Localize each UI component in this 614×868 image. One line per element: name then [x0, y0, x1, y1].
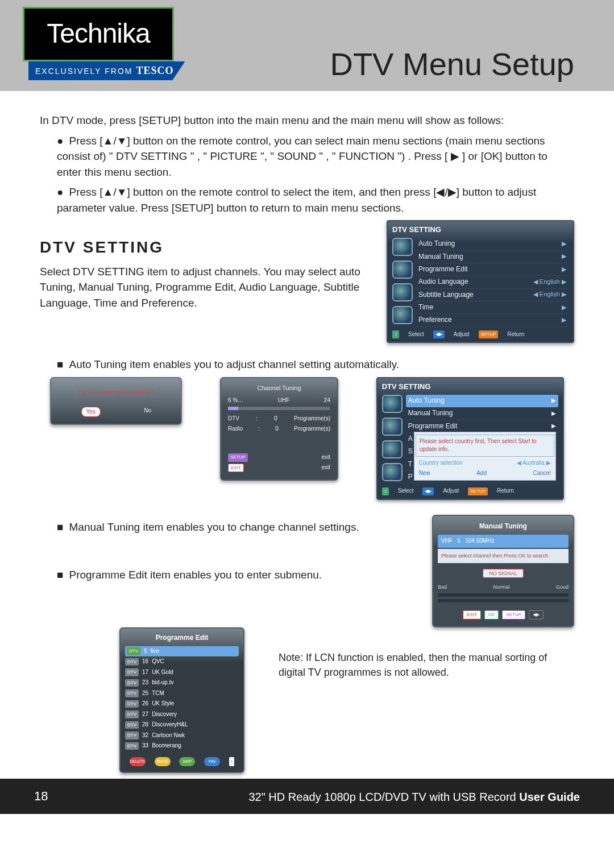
pe-delete[interactable]: DELETE	[130, 757, 146, 766]
osd1-footer: ↕Select ◀▶Adjust SETUPReturn	[392, 330, 569, 339]
mt-selected[interactable]: VHF 5 104.50MHz	[438, 535, 569, 548]
dtv-setting-paragraph: Select DTV SETTING item to adjust channe…	[40, 264, 370, 311]
pe-fav[interactable]: FAV	[204, 757, 220, 766]
tv-icon	[392, 238, 413, 256]
signal-bar-1	[438, 593, 569, 597]
osd1-icon-col	[392, 238, 413, 327]
mt-setup[interactable]: SETUP	[502, 610, 525, 619]
osd1-item[interactable]: Auto Tuning▶	[416, 238, 569, 250]
osd-dtv-setting-1: DTV SETTING Auto Tuning▶Manual Tuning▶Pr…	[387, 220, 574, 343]
programme-row[interactable]: DTV26UK Style	[125, 698, 239, 709]
pe-move[interactable]: MOVE	[155, 757, 171, 766]
leftright-icon: ◀▶	[422, 487, 434, 495]
programme-edit-text: Programme Edit item enables you to enter…	[40, 567, 415, 583]
dtv-setting-heading: DTV SETTING	[40, 236, 370, 259]
globe-icon	[382, 418, 403, 436]
auto-tuning-text: Auto Tuning item enables you to adjust c…	[40, 357, 574, 373]
intro-text: In DTV mode, press [SETUP] button into t…	[40, 113, 574, 129]
popup-add[interactable]: Add	[476, 469, 487, 478]
content: In DTV mode, press [SETUP] button into t…	[0, 91, 614, 779]
lcn-note: Note: If LCN function is enabled, then t…	[279, 650, 574, 680]
progress-bar	[228, 407, 330, 410]
brand-logo: Technika	[23, 7, 174, 61]
ct-title: Channel Tuning	[228, 384, 330, 393]
osd2-title: DTV SETTING	[382, 382, 558, 392]
osd1-item[interactable]: Preference▶	[416, 314, 569, 326]
programme-row[interactable]: DTV27Discovery	[125, 709, 239, 720]
osd2-icon-col	[382, 395, 403, 484]
signal-bar-2	[438, 599, 569, 602]
popup-cancel[interactable]: Cancel	[533, 469, 550, 478]
exit-tuning-dialog: Do you want to exit tuning? Yes No	[50, 377, 182, 425]
setup-tag: SETUP	[479, 330, 499, 338]
manual-tuning-panel: Manual Tuning VHF 5 104.50MHz Please sel…	[432, 515, 574, 627]
osd1-item[interactable]: Subtitle Language◀ English ▶	[416, 289, 569, 301]
osd1-item[interactable]: Audio Language◀ English ▶	[416, 276, 569, 288]
ribbon-prefix: EXCLUSIVELY FROM	[35, 67, 133, 76]
updown-icon: ↕	[392, 330, 399, 338]
country-popup-msg: Please select country first, Then select…	[416, 435, 554, 457]
pe-title: Programme Edit	[125, 633, 239, 643]
programme-edit-panel: Programme Edit DTV5fiveDTV16QVCDTV17UK G…	[119, 627, 244, 774]
no-signal-badge: NO SIGNAL	[483, 569, 523, 578]
bullet-2: Press [▲/▼] button on the remote control…	[40, 184, 574, 216]
channel-tuning-panel: Channel Tuning 6 %…UHF24 DTV:0Programme(…	[220, 377, 338, 481]
mt-msg: Please select channel then Press OK to s…	[438, 549, 569, 563]
mt-title: Manual Tuning	[438, 522, 569, 531]
exit-yes-button[interactable]: Yes	[81, 407, 101, 418]
osd1-item[interactable]: Time▶	[416, 301, 569, 314]
header-bar: Technika EXCLUSIVELY FROM TESCO DTV Menu…	[0, 0, 614, 91]
osd2-footer: ↕Select ◀▶Adjust SETUPReturn	[382, 487, 558, 495]
osd2-pe[interactable]: Programme Edit▶	[406, 420, 558, 433]
page-number: 18	[34, 789, 48, 804]
exit-no-button[interactable]: No	[144, 407, 151, 418]
setup-tag: SETUP	[468, 487, 488, 495]
updown-icon: ↕	[229, 757, 234, 767]
osd1-item[interactable]: Programme Edit▶	[416, 263, 569, 276]
page-footer: 18 32" HD Ready 1080p LCD/DVD TV with US…	[0, 779, 614, 814]
pe-skip[interactable]: SKIP	[179, 757, 195, 766]
osd-dtv-setting-2: DTV SETTING Auto Tuning▶ Manual Tuning▶ …	[376, 377, 564, 500]
tv-icon	[382, 395, 403, 413]
manual-tuning-text: Manual Tuning item enables you to change…	[40, 519, 415, 535]
leftright-icon: ◀▶	[433, 330, 445, 338]
gear-icon	[382, 463, 403, 481]
exit-msg: Do you want to exit tuning?	[59, 388, 173, 398]
leftright-icon: ◀▶	[529, 610, 544, 619]
programme-row[interactable]: DTV5five	[125, 646, 239, 657]
dish-icon	[392, 283, 413, 301]
osd2-manual[interactable]: Manual Tuning▶	[406, 407, 558, 420]
ribbon-brand: TESCO	[136, 65, 173, 76]
programme-row[interactable]: DTV25TCM	[125, 688, 239, 699]
mt-ok[interactable]: OK	[484, 610, 499, 619]
osd2-auto[interactable]: Auto Tuning▶	[406, 395, 558, 407]
gear-icon	[392, 306, 413, 324]
programme-row[interactable]: DTV32Cartoon Nwk	[125, 730, 239, 741]
mt-exit[interactable]: EXIT	[463, 610, 481, 619]
dish-icon	[382, 440, 403, 458]
osd1-item[interactable]: Manual Tuning▶	[416, 251, 569, 263]
bullet-1: Press [▲/▼] button on the remote control…	[40, 133, 574, 180]
osd1-title: DTV SETTING	[392, 225, 569, 235]
programme-row[interactable]: DTV23bid-up.tv	[125, 677, 239, 688]
programme-row[interactable]: DTV28DiscoveryH&L	[125, 720, 239, 730]
tesco-ribbon: EXCLUSIVELY FROM TESCO	[28, 61, 185, 80]
globe-icon	[392, 261, 413, 279]
programme-row[interactable]: DTV16QVC	[125, 656, 239, 667]
programme-row[interactable]: DTV17UK Gold	[125, 667, 239, 678]
popup-new[interactable]: New	[419, 469, 430, 478]
page-title: DTV Menu Setup	[330, 46, 574, 82]
programme-row[interactable]: DTV33Boomerang	[125, 741, 239, 751]
updown-icon: ↕	[382, 487, 389, 495]
